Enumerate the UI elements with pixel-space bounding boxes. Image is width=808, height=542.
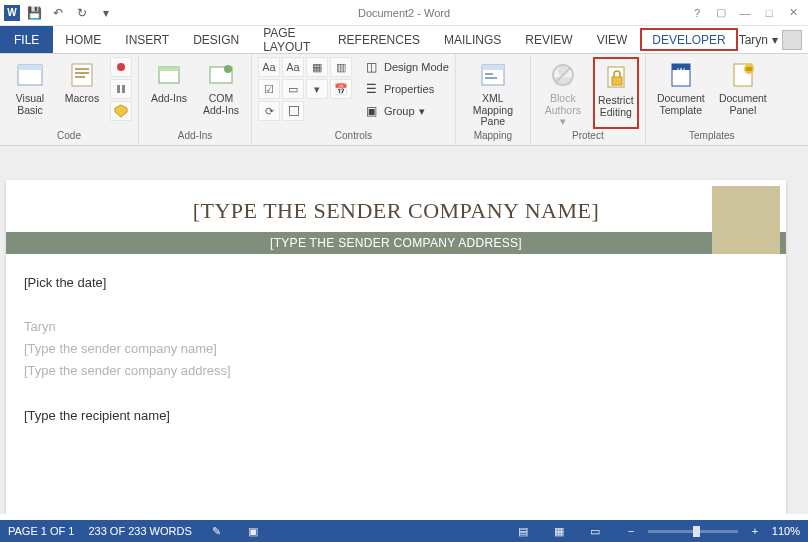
sender-company-name-field[interactable]: [TYPE THE SENDER COMPANY NAME] xyxy=(6,180,786,232)
svg-rect-5 xyxy=(75,76,85,78)
qat-customize-icon[interactable]: ▾ xyxy=(96,3,116,23)
svg-rect-1 xyxy=(18,65,42,70)
tab-developer[interactable]: DEVELOPER xyxy=(640,28,737,51)
building-block-control-icon[interactable]: ▥ xyxy=(330,57,352,77)
com-addins-button[interactable]: COM Add-Ins xyxy=(197,57,245,129)
zoom-slider[interactable] xyxy=(648,530,738,533)
svg-rect-17 xyxy=(485,77,497,79)
svg-rect-11 xyxy=(159,67,179,71)
svg-rect-8 xyxy=(122,85,125,93)
document-body[interactable]: [Pick the date] Taryn [Type the sender c… xyxy=(6,254,786,445)
visual-basic-icon xyxy=(14,59,46,91)
page-indicator[interactable]: PAGE 1 OF 1 xyxy=(8,525,74,537)
user-name[interactable]: Taryn xyxy=(739,33,768,47)
qat-save-icon[interactable]: 💾 xyxy=(24,3,44,23)
ribbon-group-protect: Block Authors ▾ Restrict Editing Protect xyxy=(531,54,646,145)
repeating-control-icon[interactable]: ⟳ xyxy=(258,101,280,121)
pause-recording-icon[interactable] xyxy=(110,79,132,99)
group-label-addins: Add-Ins xyxy=(178,130,212,144)
ribbon-group-templates: W Document Template Document Panel Templ… xyxy=(646,54,778,145)
group-icon: ▣ xyxy=(362,103,380,119)
rich-text-control-icon[interactable]: Aa xyxy=(258,57,280,77)
recipient-name-field[interactable]: [Type the recipient name] xyxy=(24,405,768,427)
legacy-tools-icon[interactable]: 🞎 xyxy=(282,101,304,121)
restrict-editing-button[interactable]: Restrict Editing xyxy=(593,57,639,129)
tab-mailings[interactable]: MAILINGS xyxy=(432,26,513,53)
macro-security-icon[interactable] xyxy=(110,101,132,121)
document-page[interactable]: [TYPE THE SENDER COMPANY NAME] [TYPE THE… xyxy=(6,180,786,514)
title-bar: W 💾 ↶ ↻ ▾ Document2 - Word ? ▢ — □ ✕ xyxy=(0,0,808,26)
zoom-out-button[interactable]: − xyxy=(620,523,642,539)
block-authors-button: Block Authors ▾ xyxy=(537,57,589,129)
dropdown-control-icon[interactable]: ▾ xyxy=(306,79,328,99)
block-authors-icon xyxy=(547,59,579,91)
window-title: Document2 - Word xyxy=(358,7,450,19)
macros-button[interactable]: Macros xyxy=(58,57,106,129)
qat-redo-icon[interactable]: ↻ xyxy=(72,3,92,23)
visual-basic-button[interactable]: Visual Basic xyxy=(6,57,54,129)
sender-address-line[interactable]: [Type the sender company address] xyxy=(24,360,768,382)
zoom-control: − + 110% xyxy=(620,523,800,539)
addins-button[interactable]: Add-Ins xyxy=(145,57,193,129)
record-macro-icon[interactable] xyxy=(110,57,132,77)
close-icon[interactable]: ✕ xyxy=(784,4,802,22)
ribbon-tabs: FILE HOME INSERT DESIGN PAGE LAYOUT REFE… xyxy=(0,26,808,54)
minimize-icon[interactable]: — xyxy=(736,4,754,22)
design-mode-icon: ◫ xyxy=(362,59,380,75)
tab-view[interactable]: VIEW xyxy=(585,26,640,53)
svg-point-6 xyxy=(117,63,125,71)
user-menu-chevron-icon[interactable]: ▾ xyxy=(772,33,778,47)
macro-status-icon[interactable]: ▣ xyxy=(242,523,264,539)
date-picker-field[interactable]: [Pick the date] xyxy=(24,272,768,294)
plain-text-control-icon[interactable]: Aa xyxy=(282,57,304,77)
web-layout-icon[interactable]: ▭ xyxy=(584,523,606,539)
tab-design[interactable]: DESIGN xyxy=(181,26,251,53)
maximize-icon[interactable]: □ xyxy=(760,4,778,22)
date-picker-control-icon[interactable]: 📅 xyxy=(330,79,352,99)
zoom-in-button[interactable]: + xyxy=(744,523,766,539)
combo-control-icon[interactable]: ▭ xyxy=(282,79,304,99)
read-mode-icon[interactable]: ▤ xyxy=(512,523,534,539)
document-panel-button[interactable]: Document Panel xyxy=(714,57,772,129)
svg-text:W: W xyxy=(677,66,685,75)
tab-file[interactable]: FILE xyxy=(0,26,53,53)
print-layout-icon[interactable]: ▦ xyxy=(548,523,570,539)
group-label-templates: Templates xyxy=(689,130,735,144)
tab-review[interactable]: REVIEW xyxy=(513,26,584,53)
tab-insert[interactable]: INSERT xyxy=(113,26,181,53)
avatar[interactable] xyxy=(782,30,802,50)
design-mode-button[interactable]: ◫Design Mode xyxy=(362,57,449,77)
document-template-button[interactable]: W Document Template xyxy=(652,57,710,129)
ribbon: Visual Basic Macros Code Add-Ins COM Add… xyxy=(0,54,808,146)
checkbox-control-icon[interactable]: ☑ xyxy=(258,79,280,99)
group-button[interactable]: ▣Group ▾ xyxy=(362,101,449,121)
ribbon-group-addins: Add-Ins COM Add-Ins Add-Ins xyxy=(139,54,252,145)
ribbon-group-controls: Aa Aa ▦ ▥ ☑ ▭ ▾ 📅 ⟳ 🞎 ◫Design Mode xyxy=(252,54,456,145)
svg-rect-16 xyxy=(485,73,493,75)
word-count[interactable]: 233 OF 233 WORDS xyxy=(88,525,191,537)
picture-control-icon[interactable]: ▦ xyxy=(306,57,328,77)
properties-button[interactable]: ☰Properties xyxy=(362,79,449,99)
spelling-status-icon[interactable]: ✎ xyxy=(206,523,228,539)
ribbon-options-icon[interactable]: ▢ xyxy=(712,4,730,22)
document-area: [TYPE THE SENDER COMPANY NAME] [TYPE THE… xyxy=(0,146,808,514)
tab-page-layout[interactable]: PAGE LAYOUT xyxy=(251,26,326,53)
ribbon-group-mapping: XML Mapping Pane Mapping xyxy=(456,54,531,145)
qat-undo-icon[interactable]: ↶ xyxy=(48,3,68,23)
group-label-mapping: Mapping xyxy=(474,130,512,144)
svg-rect-29 xyxy=(746,67,752,71)
tab-home[interactable]: HOME xyxy=(53,26,113,53)
status-bar: PAGE 1 OF 1 233 OF 233 WORDS ✎ ▣ ▤ ▦ ▭ −… xyxy=(0,520,808,542)
svg-marker-9 xyxy=(115,105,127,117)
sender-company-line[interactable]: [Type the sender company name] xyxy=(24,338,768,360)
group-label-code: Code xyxy=(57,130,81,144)
macros-icon xyxy=(66,59,98,91)
tab-references[interactable]: REFERENCES xyxy=(326,26,432,53)
help-icon[interactable]: ? xyxy=(688,4,706,22)
svg-point-13 xyxy=(224,65,232,73)
group-label-protect: Protect xyxy=(572,130,604,144)
xml-mapping-pane-button[interactable]: XML Mapping Pane xyxy=(462,57,524,129)
zoom-level[interactable]: 110% xyxy=(772,525,800,537)
sender-name-line[interactable]: Taryn xyxy=(24,316,768,338)
sender-company-address-field[interactable]: [TYPE THE SENDER COMPANY ADDRESS] xyxy=(6,232,786,254)
